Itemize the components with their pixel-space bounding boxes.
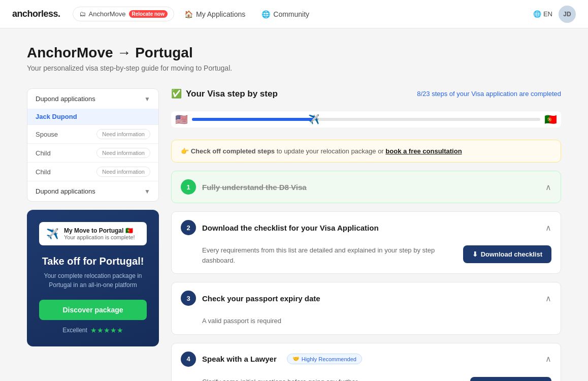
step-4-header[interactable]: 4 Speak with a Lawyer 🤝 Highly Recommend… <box>172 343 561 375</box>
visa-title-text: Your Visa step by step <box>186 89 278 99</box>
applications-label: My Applications <box>196 10 245 18</box>
community-label: Community <box>273 10 309 18</box>
stars-icon: ★★★★★ <box>90 326 123 334</box>
user-row[interactable]: Jack Dupond <box>27 109 158 124</box>
discover-package-button[interactable]: Discover package <box>39 300 147 320</box>
family-row-child-1: Child Need information <box>27 143 158 162</box>
home-icon: 🏠 <box>184 10 193 18</box>
my-applications-nav[interactable]: 🏠 My Applications <box>178 7 251 21</box>
family-row-spouse: Spouse Need information <box>27 124 158 143</box>
step-4-left: 4 Speak with a Lawyer 🤝 Highly Recommend… <box>181 352 362 367</box>
rating-row: Excellent ★★★★★ <box>39 326 147 334</box>
step-3-expand-icon[interactable]: ∧ <box>545 294 551 303</box>
family-row-child-2: Child Need information <box>27 162 158 181</box>
flag-right-icon: 🇵🇹 <box>544 113 557 125</box>
sidebar: Dupond applications ▼ Jack Dupond Spouse… <box>27 88 159 381</box>
step-4-body: Clarify some initial questions before go… <box>172 375 561 382</box>
consultation-link[interactable]: book a free consultation <box>385 147 462 155</box>
need-info-badge-child-1: Need information <box>96 148 150 158</box>
applications-title: Dupond applications <box>36 95 95 103</box>
step-3-header[interactable]: 3 Check your passport expiry date ∧ <box>172 282 561 314</box>
step-4-card: 4 Speak with a Lawyer 🤝 Highly Recommend… <box>171 343 561 382</box>
step-2-expand-icon[interactable]: ∧ <box>545 223 551 233</box>
info-bold-text: Check off completed steps <box>191 147 275 155</box>
step-4-title: Speak with a Lawyer <box>202 355 277 363</box>
flag-icon: 🌐 <box>533 10 541 18</box>
plane-mini-icon: ✈️ <box>46 228 59 240</box>
page-title: AnchorMove → Portugal <box>27 45 561 61</box>
step-4-description: Clarify some initial questions before go… <box>202 377 359 382</box>
step-2-left: 2 Download the checklist for your Visa A… <box>181 220 379 235</box>
language-selector[interactable]: 🌐 EN <box>533 10 552 18</box>
recommended-label: Highly Recommended <box>302 356 356 362</box>
promo-mini-info: My Move to Portugal 🇵🇹 Your application … <box>64 227 135 240</box>
download-checklist-button[interactable]: ⬇ Download checklist <box>463 245 551 263</box>
recommended-emoji: 🤝 <box>292 356 300 362</box>
page-subtitle: Your personalized visa step-by-step guid… <box>27 64 561 72</box>
promo-mini-card: ✈️ My Move to Portugal 🇵🇹 Your applicati… <box>39 222 147 245</box>
step-1-header[interactable]: 1 Fully understand the D8 Visa ∧ <box>172 171 561 203</box>
promo-title: Take off for Portugal! <box>39 256 147 267</box>
flag-left-icon: 🇺🇸 <box>175 113 188 125</box>
lang-label: EN <box>543 10 552 18</box>
header-right: 🌐 EN JD <box>533 6 576 23</box>
info-emoji: 👉 <box>181 147 191 155</box>
step-3-title: Check your passport expiry date <box>202 294 320 303</box>
rating-label: Excellent <box>62 327 87 334</box>
progress-fill <box>192 118 314 121</box>
step-2-header[interactable]: 2 Download the checklist for your Visa A… <box>172 212 561 243</box>
step-1-card: 1 Fully understand the D8 Visa ∧ <box>171 171 561 203</box>
step-4-expand-icon[interactable]: ∧ <box>545 354 551 364</box>
chevron-down-icon: ▼ <box>144 96 150 103</box>
step-3-left: 3 Check your passport expiry date <box>181 291 320 306</box>
user-name: Jack Dupond <box>36 113 150 120</box>
logo: anchorless. <box>12 9 60 19</box>
applications-title-2: Dupond applications <box>36 187 95 195</box>
need-info-badge-child-2: Need information <box>96 167 150 177</box>
promo-mini-subtitle: Your application is complete! <box>64 234 135 240</box>
step-1-number: 1 <box>181 179 196 195</box>
recommended-badge: 🤝 Highly Recommended <box>287 354 362 364</box>
visa-header: ✅ Your Visa step by step 8/23 steps of y… <box>171 88 561 99</box>
step-3-description: A valid passport is required <box>202 316 281 326</box>
applications-header[interactable]: Dupond applications ▼ <box>27 89 158 109</box>
header: anchorless. 🗂 AnchorMove Relocate now 🏠 … <box>0 0 588 28</box>
anchormove-label: AnchorMove <box>89 10 126 18</box>
visa-title: ✅ Your Visa step by step <box>171 88 278 99</box>
applications-header-2[interactable]: Dupond applications ▼ <box>27 181 158 201</box>
applications-card: Dupond applications ▼ Jack Dupond Spouse… <box>27 88 159 202</box>
download-btn-label: Download checklist <box>481 250 542 258</box>
checkmark-icon: ✅ <box>171 88 182 99</box>
content-grid: Dupond applications ▼ Jack Dupond Spouse… <box>27 88 561 381</box>
plane-progress-icon: ✈️ <box>308 114 319 125</box>
step-1-left: 1 Fully understand the D8 Visa <box>181 179 307 195</box>
progress-track: ✈️ <box>192 118 540 121</box>
need-info-badge-spouse: Need information <box>96 129 150 139</box>
info-mid-text: to update your relocation package or <box>275 147 385 155</box>
step-1-expand-icon[interactable]: ∧ <box>545 182 551 192</box>
chevron-down-icon-2: ▼ <box>144 188 150 195</box>
step-3-body: A valid passport is required <box>172 314 561 334</box>
step-1-title: Fully understand the D8 Visa <box>202 183 307 192</box>
right-panel: ✅ Your Visa step by step 8/23 steps of y… <box>171 88 561 381</box>
step-3-number: 3 <box>181 291 196 306</box>
step-2-description: Every requirements from this list are de… <box>202 245 455 265</box>
family-label-child-1: Child <box>36 149 51 157</box>
promo-description: Your complete relocation package in Port… <box>39 271 147 290</box>
family-label-child-2: Child <box>36 168 51 176</box>
download-icon: ⬇ <box>472 250 478 258</box>
book-consultation-button[interactable]: Book a consultation <box>470 377 551 382</box>
main-content: AnchorMove → Portugal Your personalized … <box>15 28 573 381</box>
step-2-number: 2 <box>181 220 196 235</box>
progress-bar-container: 🇺🇸 ✈️ 🇵🇹 <box>171 111 561 128</box>
anchormove-nav[interactable]: 🗂 AnchorMove Relocate now <box>73 7 174 21</box>
avatar[interactable]: JD <box>559 6 576 23</box>
relocate-badge: Relocate now <box>129 10 168 18</box>
step-2-card: 2 Download the checklist for your Visa A… <box>171 211 561 274</box>
promo-card: ✈️ My Move to Portugal 🇵🇹 Your applicati… <box>27 210 159 346</box>
family-label-spouse: Spouse <box>36 131 58 138</box>
step-3-card: 3 Check your passport expiry date ∧ A va… <box>171 282 561 335</box>
step-4-number: 4 <box>181 352 196 367</box>
community-nav[interactable]: 🌐 Community <box>255 7 315 21</box>
progress-text: 8/23 steps of your Visa application are … <box>417 90 561 98</box>
